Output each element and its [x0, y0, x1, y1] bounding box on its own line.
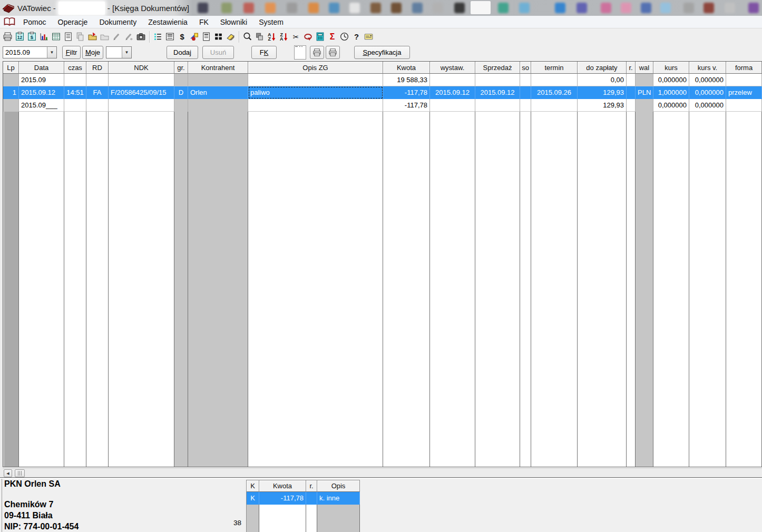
cell-kwota[interactable]: -117,78	[383, 86, 430, 99]
clock-icon[interactable]	[338, 30, 350, 43]
column-header-forma[interactable]: forma	[726, 62, 762, 74]
taskbar-app-icon[interactable]	[704, 3, 714, 13]
column-header-czas[interactable]: czas	[64, 62, 86, 74]
cell-kursv[interactable]: 0,000000	[689, 99, 726, 112]
cell-r[interactable]	[627, 86, 636, 99]
bar-chart-icon[interactable]	[38, 30, 50, 43]
taskbar-app-icon[interactable]	[621, 3, 631, 13]
column-header-rd[interactable]: RD	[86, 62, 109, 74]
cell-gr[interactable]	[174, 74, 188, 86]
menu-item-pomoc[interactable]: Pomoc	[19, 17, 51, 27]
taskbar-app-icon[interactable]	[577, 3, 587, 13]
mail-icon[interactable]	[363, 30, 375, 43]
cell-lp[interactable]: 1	[3, 86, 19, 99]
cell-termin[interactable]	[531, 74, 578, 86]
cell-czas[interactable]: 14:51	[64, 86, 86, 99]
cell-kursv[interactable]: 0,000000	[689, 74, 726, 86]
chart-note-icon[interactable]	[188, 30, 200, 43]
column-header-kwota[interactable]: Kwota	[383, 62, 430, 74]
eraser-icon[interactable]	[224, 30, 237, 43]
cell-lp[interactable]	[3, 74, 19, 86]
cell-so[interactable]	[520, 86, 531, 99]
cell-opiszg[interactable]: paliwo	[248, 86, 383, 99]
taskbar-app-icon[interactable]	[498, 3, 509, 13]
taskbar-app-icon[interactable]	[725, 3, 735, 13]
fk-button[interactable]: FK	[251, 46, 277, 59]
cell-wystaw[interactable]: 2015.09.12	[430, 86, 475, 99]
taskbar-app-icon[interactable]	[243, 3, 254, 13]
taskbar-app-icon[interactable]	[265, 3, 276, 13]
cell-kontrahent[interactable]: Orlen	[188, 86, 248, 99]
cell-dozapaty[interactable]: 129,93	[578, 99, 627, 112]
menu-item-fk[interactable]: FK	[195, 17, 213, 27]
table-row[interactable]: 2015.09___-117,78129,930,0000000,000000	[3, 99, 762, 112]
usun-button[interactable]: Usuń	[202, 46, 234, 59]
column-header-data[interactable]: Data	[19, 62, 64, 74]
sign-disabled-icon[interactable]	[111, 30, 123, 43]
cell-sprzeda[interactable]	[475, 74, 520, 86]
cell-rd[interactable]	[86, 99, 109, 112]
cell-wal[interactable]: PLN	[636, 86, 653, 99]
clipboard-calendar-icon[interactable]: 12	[14, 30, 26, 43]
scrollbar-thumb[interactable]	[15, 469, 25, 477]
sign2-disabled-icon[interactable]	[123, 30, 135, 43]
report2-icon[interactable]	[200, 30, 212, 43]
menu-item-system[interactable]: System	[255, 17, 288, 27]
taskbar-app-icon[interactable]	[660, 3, 671, 13]
cell-rd[interactable]: FA	[86, 86, 109, 99]
taskbar-app-icon[interactable]	[308, 3, 319, 13]
column-header-gr[interactable]: gr.	[174, 62, 188, 74]
print-list-button[interactable]	[326, 46, 340, 59]
cell-rd[interactable]	[86, 74, 109, 86]
sum-icon[interactable]: Σ	[326, 30, 338, 43]
cell-data[interactable]: 2015.09___	[19, 99, 64, 112]
chevron-down-icon[interactable]: ▼	[122, 47, 131, 58]
cell-wystaw[interactable]	[430, 99, 475, 112]
taskbar-app-icon[interactable]	[748, 3, 759, 13]
subtable-cell[interactable]: K	[247, 492, 259, 505]
taskbar-app-icon[interactable]	[454, 3, 465, 13]
cell-kurs[interactable]: 1,000000	[653, 86, 689, 99]
cell-kontrahent[interactable]	[188, 99, 248, 112]
horizontal-scrollbar[interactable]: ◀	[3, 468, 762, 478]
table-row[interactable]: 12015.09.1214:51FAF/20586425/09/15DOrlen…	[3, 86, 762, 99]
camera-icon[interactable]	[135, 30, 147, 43]
column-header-termin[interactable]: termin	[531, 62, 578, 74]
dollar-icon[interactable]: $	[176, 30, 188, 43]
column-header-kurs[interactable]: kurs	[653, 62, 689, 74]
column-header-r[interactable]: r.	[627, 62, 636, 74]
cell-sprzeda[interactable]	[475, 99, 520, 112]
calculator-icon[interactable]	[314, 30, 326, 43]
cell-czas[interactable]	[64, 99, 86, 112]
column-header-kursv[interactable]: kurs v.	[689, 62, 726, 74]
menu-item-operacje[interactable]: Operacje	[54, 17, 92, 27]
cell-gr[interactable]: D	[174, 86, 188, 99]
cell-kontrahent[interactable]	[188, 74, 248, 86]
taskbar-app-icon[interactable]	[349, 3, 360, 13]
cell-wal[interactable]	[636, 74, 653, 86]
cell-opiszg[interactable]	[248, 99, 383, 112]
filtr-button[interactable]: Filtr	[62, 46, 81, 59]
taskbar-app-icon[interactable]	[412, 3, 423, 13]
cell-sprzeda[interactable]: 2015.09.12	[475, 86, 520, 99]
subtable-cell[interactable]	[306, 492, 317, 505]
taskbar-app-icon[interactable]	[370, 3, 381, 13]
subtable-cell[interactable]: k. inne	[317, 492, 360, 505]
cell-dozapaty[interactable]: 129,93	[578, 86, 627, 99]
cell-forma[interactable]	[726, 99, 762, 112]
cell-kwota[interactable]: -117,78	[383, 99, 430, 112]
copy-disabled-icon[interactable]	[74, 30, 86, 43]
zoom-icon[interactable]	[241, 30, 253, 43]
taskbar-app-icon[interactable]	[641, 3, 651, 13]
column-header-sprzeda[interactable]: Sprzedaż	[475, 62, 520, 74]
copy-gray-icon[interactable]	[253, 30, 266, 43]
print-document-button[interactable]	[310, 46, 324, 59]
column-header-ndk[interactable]: NDK	[109, 62, 174, 74]
cell-data[interactable]: 2015.09	[19, 74, 64, 86]
subtable-cell[interactable]: -117,78	[259, 492, 306, 505]
subtable-row[interactable]: K-117,78k. inne	[247, 492, 360, 505]
column-header-kontrahent[interactable]: Kontrahent	[188, 62, 248, 74]
sort-za-icon[interactable]: ZA	[278, 30, 290, 43]
notes-icon[interactable]	[62, 30, 74, 43]
cell-opiszg[interactable]	[248, 74, 383, 86]
